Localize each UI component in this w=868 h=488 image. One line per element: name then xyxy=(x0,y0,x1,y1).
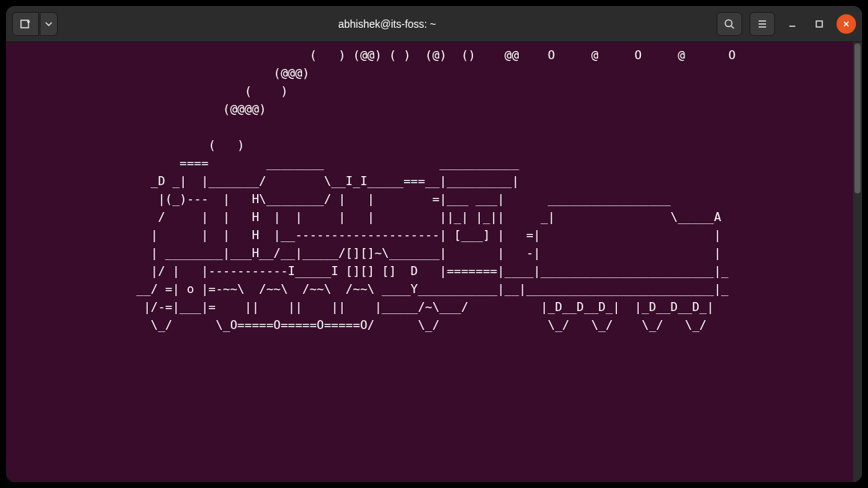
svg-rect-9 xyxy=(816,21,822,27)
maximize-button[interactable] xyxy=(810,14,829,34)
menu-button[interactable] xyxy=(750,12,775,36)
close-icon xyxy=(842,19,851,28)
scrollbar[interactable] xyxy=(853,42,862,482)
terminal-output[interactable]: ( ) (@@) ( ) (@) () @@ O @ O @ O (@@@) (… xyxy=(6,42,853,482)
hamburger-icon xyxy=(756,18,768,30)
search-icon xyxy=(723,18,735,30)
tab-dropdown-button[interactable] xyxy=(40,12,58,36)
chevron-down-icon xyxy=(45,20,52,28)
search-button[interactable] xyxy=(717,12,742,36)
terminal-body: ( ) (@@) ( ) (@) () @@ O @ O @ O (@@@) (… xyxy=(6,42,862,482)
svg-point-3 xyxy=(726,19,732,26)
close-button[interactable] xyxy=(837,14,856,34)
minimize-button[interactable] xyxy=(783,14,802,34)
minimize-icon xyxy=(788,19,797,28)
scrollbar-thumb[interactable] xyxy=(855,43,861,193)
new-tab-button[interactable] xyxy=(12,12,39,36)
maximize-icon xyxy=(815,19,824,28)
titlebar-left-controls xyxy=(12,12,58,36)
new-tab-icon xyxy=(19,18,31,30)
titlebar: abhishek@its-foss: ~ xyxy=(6,6,862,42)
titlebar-right-controls xyxy=(717,12,856,36)
window-title: abhishek@its-foss: ~ xyxy=(64,18,711,30)
terminal-window: abhishek@its-foss: ~ xyxy=(6,6,862,482)
svg-line-4 xyxy=(732,25,735,28)
